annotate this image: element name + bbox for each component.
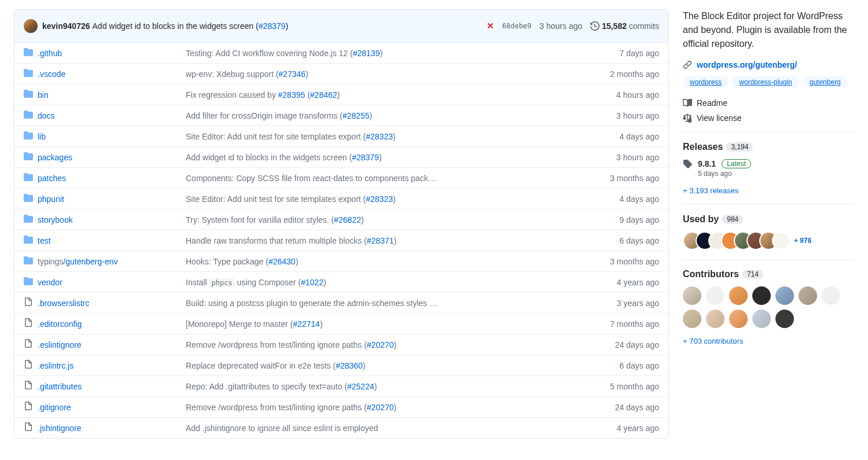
issue-link[interactable]: #27346 [278, 69, 306, 79]
commits-history-link[interactable]: 15,582 commits [590, 21, 659, 31]
issue-link[interactable]: #28255 [343, 111, 370, 120]
commit-message[interactable]: Fix regression caused by #28395 (#28462) [186, 90, 595, 100]
issue-link[interactable]: #28323 [366, 132, 393, 141]
commit-message[interactable]: Install phpcs using Composer (#1022) [186, 278, 595, 287]
issue-link[interactable]: #28462 [310, 90, 337, 100]
avatar [752, 310, 771, 328]
issue-link[interactable]: #20270 [367, 340, 394, 349]
issue-link[interactable]: #28360 [336, 361, 363, 370]
contributors-heading[interactable]: Contributors 714 [683, 269, 854, 279]
readme-link[interactable]: Readme [683, 98, 854, 108]
file-listing: kevin940726 Add widget id to blocks in t… [14, 9, 669, 439]
issue-link[interactable]: #28395 [278, 90, 306, 100]
issue-link[interactable]: #26822 [334, 215, 361, 225]
commit-time: 3 hours ago [539, 21, 582, 31]
file-name[interactable]: vendor [38, 278, 186, 287]
commit-message[interactable]: Build: using a postcss plugin to generat… [186, 299, 595, 308]
commit-message[interactable]: Try: System font for vanilla editor styl… [186, 215, 595, 225]
issue-link[interactable]: #26430 [269, 257, 296, 266]
commit-message[interactable]: wp-env: Xdebug support (#27346) [186, 69, 595, 79]
commit-message[interactable]: Testing: Add CI workflow covering Node.j… [186, 49, 595, 58]
file-row: .jshintignoreAdd .jshintignore to ignore… [14, 418, 668, 438]
file-name[interactable]: .browserslistrc [38, 299, 186, 308]
file-name[interactable]: .jshintignore [38, 424, 186, 433]
commit-time: 7 months ago [595, 319, 659, 329]
repo-website[interactable]: wordpress.org/gutenberg/ [683, 60, 854, 69]
file-row: .gitattributesRepo: Add .gitattributes t… [14, 376, 668, 397]
file-name[interactable]: .gitignore [38, 403, 186, 412]
used-by-more[interactable]: + 976 [794, 237, 811, 245]
author-avatar[interactable] [24, 19, 38, 33]
issue-link[interactable]: #28323 [366, 194, 393, 204]
topic-tag[interactable]: gutenberg [803, 76, 848, 88]
file-row: phpunitSite Editor: Add unit test for si… [14, 189, 668, 209]
issue-link[interactable]: #28371 [367, 236, 394, 245]
commit-time: 9 days ago [595, 215, 659, 225]
commit-message[interactable]: Add widget id to blocks in the widgets s… [93, 21, 289, 31]
contributors-avatars[interactable] [683, 286, 854, 328]
commit-message[interactable]: Site Editor: Add unit test for site temp… [186, 194, 595, 204]
avatar [775, 286, 794, 305]
used-by-heading[interactable]: Used by 984 [683, 214, 854, 225]
file-name[interactable]: phpunit [38, 194, 186, 204]
file-row: .vscodewp-env: Xdebug support (#27346)2 … [14, 64, 668, 84]
issue-link[interactable]: #25224 [347, 382, 374, 391]
commit-message[interactable]: Replace deprecated waitFor in e2e tests … [186, 361, 595, 370]
file-name[interactable]: .editorconfig [38, 319, 186, 329]
avatar [799, 286, 817, 305]
topic-tag[interactable]: wordpress-plugin [732, 76, 799, 88]
commit-message[interactable]: Components: Copy SCSS file from react-da… [186, 174, 595, 183]
commit-message[interactable]: Add widget id to blocks in the widgets s… [186, 153, 595, 162]
issue-link[interactable]: #28379 [352, 153, 379, 162]
file-name[interactable]: .eslintignore [38, 340, 186, 349]
file-name[interactable]: .vscode [38, 69, 186, 79]
commit-message[interactable]: Site Editor: Add unit test for site temp… [186, 132, 595, 141]
commit-message[interactable]: Remove /wordpress from test/linting igno… [186, 403, 595, 412]
commit-time: 4 years ago [595, 278, 659, 287]
license-link[interactable]: View license [683, 113, 854, 123]
commit-message[interactable]: Handle raw transforms that return multip… [186, 236, 595, 245]
commit-time: 5 months ago [595, 382, 659, 391]
commit-message[interactable]: [Monorepo] Merge to master (#22714) [186, 319, 595, 329]
commit-time: 6 days ago [595, 361, 659, 370]
file-name[interactable]: .github [38, 49, 186, 58]
commit-message[interactable]: Add filter for crossOrigin image transfo… [186, 111, 595, 120]
commit-time: 3 months ago [595, 257, 659, 266]
status-failed-icon[interactable]: ✕ [487, 21, 494, 31]
file-name[interactable]: bin [38, 90, 186, 100]
file-name[interactable]: patches [38, 174, 186, 183]
used-by-count: 984 [722, 215, 743, 224]
commit-author[interactable]: kevin940726 [42, 21, 90, 31]
issue-link[interactable]: #1022 [301, 278, 323, 287]
repo-website-link[interactable]: wordpress.org/gutenberg/ [697, 60, 797, 69]
more-releases-link[interactable]: + 3,193 releases [683, 186, 738, 195]
file-name[interactable]: .eslintrc.js [38, 361, 186, 370]
issue-link[interactable]: #22714 [293, 319, 320, 329]
commit-issue-link[interactable]: #28379 [259, 21, 286, 31]
folder-icon [24, 47, 38, 58]
file-name[interactable]: .gitattributes [38, 382, 186, 391]
file-row: libSite Editor: Add unit test for site t… [14, 126, 668, 147]
used-by-avatars[interactable]: + 976 [683, 231, 854, 250]
topics-list: wordpresswordpress-plugingutenberg [683, 76, 854, 88]
commit-message[interactable]: Remove /wordpress from test/linting igno… [186, 340, 595, 349]
commit-message[interactable]: Repo: Add .gitattributes to specify text… [186, 382, 595, 391]
issue-link[interactable]: #20270 [367, 403, 394, 412]
file-name[interactable]: test [38, 236, 186, 245]
commit-time: 3 months ago [595, 174, 659, 183]
more-contributors-link[interactable]: + 703 contributors [683, 337, 743, 345]
file-name[interactable]: lib [38, 132, 186, 141]
commit-sha[interactable]: 68debe9 [502, 22, 532, 30]
commit-message[interactable]: Add .jshintignore to ignore all since es… [186, 424, 595, 433]
file-name[interactable]: docs [38, 111, 186, 120]
commit-message[interactable]: Hooks: Type package (#26430) [186, 257, 595, 266]
releases-heading[interactable]: Releases 3,194 [683, 142, 854, 152]
file-name[interactable]: packages [38, 153, 186, 162]
file-name[interactable]: typings/gutenberg-env [38, 257, 186, 266]
issue-link[interactable]: #28139 [353, 49, 380, 58]
avatar [706, 286, 724, 305]
file-name[interactable]: storybook [38, 215, 186, 225]
topic-tag[interactable]: wordpress [683, 76, 729, 88]
file-row: typings/gutenberg-envHooks: Type package… [14, 251, 668, 272]
latest-release[interactable]: 9.8.1 Latest [683, 159, 854, 168]
